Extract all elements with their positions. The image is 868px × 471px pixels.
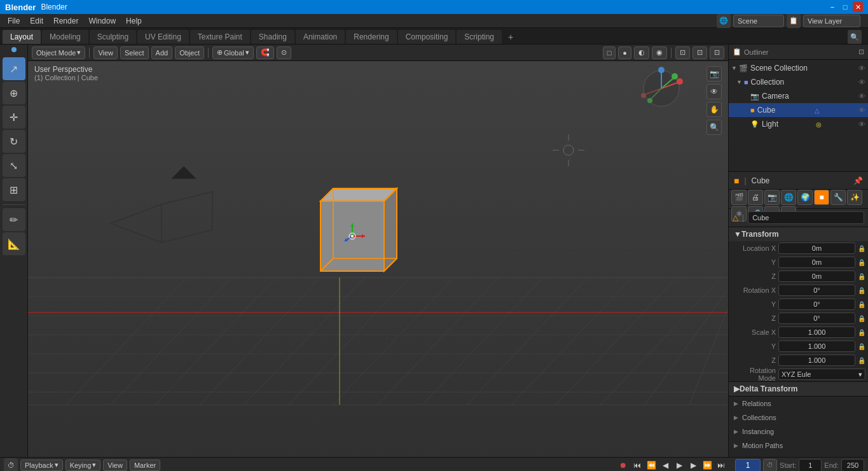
jump-start-button[interactable]: ⏮ — [631, 459, 644, 472]
tab-texture-paint[interactable]: Texture Paint — [190, 30, 250, 44]
visibility-item[interactable]: ▶ Visibility — [729, 453, 868, 457]
motion-paths-item[interactable]: ▶ Motion Paths — [729, 439, 868, 453]
marker-menu[interactable]: Marker — [130, 460, 160, 471]
current-frame-display[interactable]: 1 — [735, 459, 761, 472]
viewport-shading-solid[interactable]: ● — [618, 46, 631, 59]
annotate-tool[interactable]: ✏ — [3, 208, 25, 231]
next-frame-button[interactable]: ▶ — [687, 459, 699, 472]
scale-z-lock[interactable]: 🔒 — [858, 357, 865, 364]
props-particles-icon[interactable]: ✨ — [847, 190, 862, 205]
props-world-icon[interactable]: 🌍 — [797, 190, 813, 205]
tab-compositing[interactable]: Compositing — [398, 30, 456, 44]
mesh-name-field[interactable]: Cube — [748, 211, 864, 224]
tab-layout[interactable]: Layout — [3, 30, 41, 44]
gizmo-toggle[interactable]: ⊡ — [675, 46, 690, 59]
scene-name[interactable]: Scene — [733, 15, 784, 27]
start-frame-input[interactable]: 1 — [799, 459, 822, 472]
timeline-view-menu[interactable]: View — [103, 460, 127, 471]
rotation-z-lock[interactable]: 🔒 — [858, 315, 865, 322]
proportional-editing[interactable]: ⊙ — [277, 46, 291, 59]
render-preview-button[interactable]: 👁 — [706, 84, 722, 99]
xray-toggle[interactable]: ⊡ — [710, 46, 724, 59]
transform-tool[interactable]: ⊞ — [3, 178, 25, 201]
viewport-select-menu[interactable]: Select — [120, 46, 149, 59]
outliner-light[interactable]: ▶ 💡 Light ◎ 👁 — [729, 117, 868, 131]
filter-icon[interactable]: ⊡ — [858, 48, 864, 56]
props-modifier-icon[interactable]: 🔧 — [830, 190, 846, 205]
keying-menu[interactable]: Keying ▾ — [65, 460, 101, 471]
menu-help[interactable]: Help — [121, 14, 147, 28]
location-y-value[interactable]: 0m — [778, 257, 855, 268]
outliner-cube[interactable]: ▶ ■ Cube △ 👁 — [729, 103, 868, 117]
viewport-add-menu[interactable]: Add — [151, 46, 173, 59]
end-frame-input[interactable]: 250 — [841, 459, 864, 472]
step-forward-button[interactable]: ⏩ — [701, 459, 713, 472]
menu-edit[interactable]: Edit — [25, 14, 48, 28]
add-workspace-button[interactable]: + — [503, 30, 518, 44]
props-pin-icon[interactable]: 📌 — [853, 176, 863, 185]
transform-section-header[interactable]: ▼ Transform — [729, 227, 868, 241]
location-x-lock[interactable]: 🔒 — [858, 245, 865, 252]
menu-file[interactable]: File — [3, 14, 25, 28]
outliner-scene-collection[interactable]: ▼ 🎬 Scene Collection 👁 — [729, 61, 868, 75]
location-z-lock[interactable]: 🔒 — [858, 273, 865, 280]
search-icon[interactable]: 🔍 — [848, 30, 862, 44]
rotation-y-lock[interactable]: 🔒 — [858, 301, 865, 308]
measure-tool[interactable]: 📐 — [3, 232, 25, 255]
tab-uv-editing[interactable]: UV Editing — [137, 30, 189, 44]
scale-z-value[interactable]: 1.000 — [778, 355, 855, 366]
rotation-z-value[interactable]: 0° — [778, 313, 855, 324]
zoom-tool[interactable]: 🔍 — [706, 120, 722, 135]
camera-view-button[interactable]: 📷 — [706, 66, 722, 81]
fps-clock-icon[interactable]: ⏱ — [763, 459, 777, 472]
viewport-object-menu[interactable]: Object — [175, 46, 204, 59]
outliner-collection[interactable]: ▼ ■ Collection 👁 — [729, 75, 868, 89]
scene-selector-icon[interactable]: 🌐 — [717, 14, 731, 28]
tab-shading[interactable]: Shading — [251, 30, 294, 44]
outliner-camera[interactable]: ▶ 📷 Camera 👁 — [729, 89, 868, 103]
instancing-item[interactable]: ▶ Instancing — [729, 425, 868, 439]
scale-x-value[interactable]: 1.000 — [778, 327, 855, 338]
viewport-shading-render[interactable]: ◉ — [652, 46, 667, 59]
props-render-icon[interactable]: 🎬 — [731, 190, 747, 205]
props-view-layer-icon[interactable]: 📷 — [764, 190, 780, 205]
props-output-icon[interactable]: 🖨 — [748, 190, 763, 205]
overlay-toggle[interactable]: ⊡ — [692, 46, 707, 59]
menu-render[interactable]: Render — [48, 14, 83, 28]
step-back-button[interactable]: ⏪ — [645, 459, 658, 472]
tab-sculpting[interactable]: Sculpting — [90, 30, 136, 44]
snap-options[interactable]: 🧲 — [256, 46, 274, 59]
rotation-y-value[interactable]: 0° — [778, 299, 855, 310]
viewport-shading-material[interactable]: ◐ — [634, 46, 649, 59]
relations-item[interactable]: ▶ Relations — [729, 397, 868, 411]
rotate-tool[interactable]: ↻ — [3, 130, 25, 153]
collections-item[interactable]: ▶ Collections — [729, 411, 868, 425]
select-tool[interactable]: ↗ — [3, 57, 25, 80]
scale-y-value[interactable]: 1.000 — [778, 341, 855, 352]
prev-frame-button[interactable]: ◀ — [659, 459, 672, 472]
render-layer-icon[interactable]: 📋 — [787, 14, 801, 28]
rotation-x-value[interactable]: 0° — [778, 285, 855, 296]
grab-tool[interactable]: ✋ — [706, 102, 722, 117]
props-object-icon[interactable]: ■ — [814, 190, 829, 205]
move-tool[interactable]: ✛ — [3, 106, 25, 129]
props-obj-name[interactable]: Cube — [752, 176, 851, 185]
location-x-value[interactable]: 0m — [778, 243, 855, 254]
delta-transform-header[interactable]: ▶ Delta Transform — [729, 382, 868, 396]
minimize-button[interactable]: − — [827, 2, 837, 12]
transform-orientation[interactable]: ⊕ Global ▾ — [212, 46, 254, 59]
viewport-view-menu[interactable]: View — [93, 46, 118, 59]
tab-scripting[interactable]: Scripting — [457, 30, 502, 44]
jump-end-button[interactable]: ⏭ — [715, 459, 727, 472]
props-scene-icon[interactable]: 🌐 — [781, 190, 796, 205]
play-pause-button[interactable]: ▶ — [673, 459, 685, 472]
close-button[interactable]: ✕ — [853, 2, 863, 12]
menu-window[interactable]: Window — [83, 14, 121, 28]
cursor-tool[interactable]: ⊕ — [3, 81, 25, 104]
record-button[interactable]: ⏺ — [617, 459, 630, 472]
view-layer-name[interactable]: View Layer — [803, 15, 860, 27]
navigation-gizmo[interactable]: X Y Z — [639, 66, 677, 104]
scale-tool[interactable]: ⤡ — [3, 154, 25, 177]
scale-x-lock[interactable]: 🔒 — [858, 329, 865, 336]
object-mode-selector[interactable]: Object Mode ▾ — [32, 46, 85, 59]
